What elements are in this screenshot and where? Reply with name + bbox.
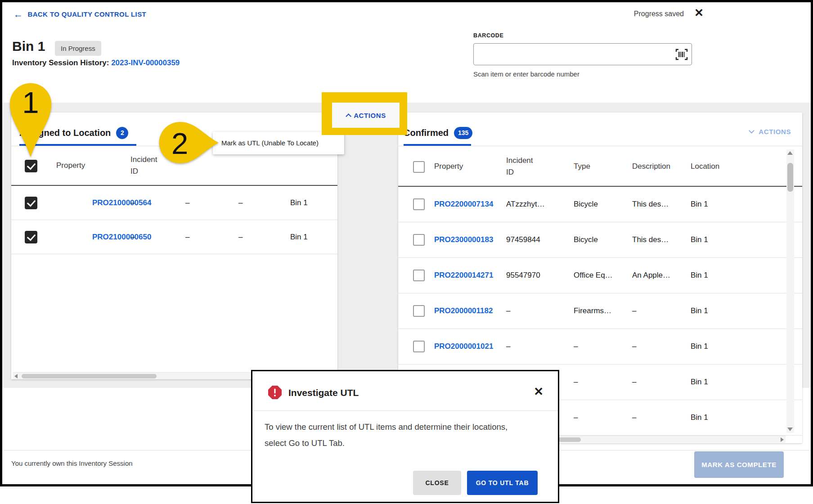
location-cell: Bin 1 <box>691 258 708 293</box>
location-cell: Bin 1 <box>691 222 708 257</box>
type-cell: – <box>574 400 578 435</box>
vertical-scrollbar[interactable] <box>786 149 794 433</box>
back-to-quality-control-link[interactable]: ← BACK TO QUALITY CONTROL LIST <box>13 9 146 19</box>
select-all-checkbox[interactable] <box>25 160 37 172</box>
back-link-label: BACK TO QUALITY CONTROL LIST <box>27 10 146 18</box>
table-row: PRO2000001182 – Firearms… – Bin 1 <box>398 293 802 329</box>
type-cell: – <box>574 364 578 400</box>
property-link[interactable]: PRO2000001021 <box>434 329 493 364</box>
dialog-title: Investigate UTL <box>288 387 359 398</box>
scroll-up-icon[interactable] <box>787 151 793 155</box>
session-history-line: Inventory Session History: 2023-INV-0000… <box>12 58 180 68</box>
callout-2-number: 2 <box>171 126 188 160</box>
type-cell: Firearms… <box>574 293 611 328</box>
description-cell: – <box>632 364 636 400</box>
row-checkbox[interactable] <box>25 231 37 243</box>
location-cell: Bin 1 <box>691 293 708 328</box>
actions-highlight-annotation: ACTIONS <box>322 92 407 135</box>
menu-item-mark-as-utl[interactable]: Mark as UTL (Unable To Locate) <box>213 132 344 154</box>
table-row: PRO2300000183 97459844 Bicycle This des…… <box>398 222 802 258</box>
property-link[interactable]: PRO2100000650 <box>92 220 151 254</box>
property-link[interactable]: PRO2000001182 <box>434 293 493 328</box>
location-cell: Bin 1 <box>691 329 708 364</box>
session-history-link[interactable]: 2023-INV-00000359 <box>111 58 180 67</box>
type-cell: – <box>574 329 578 364</box>
column-header-type: Type <box>574 147 590 186</box>
dialog-header: Investigate UTL ✕ <box>252 371 558 410</box>
barcode-input[interactable] <box>473 43 692 65</box>
location-cell: Bin 1 <box>691 364 708 400</box>
cell: – <box>185 186 189 220</box>
callout-1-pin: 1 <box>9 80 52 158</box>
row-checkbox[interactable] <box>413 234 425 246</box>
type-cell: Bicycle <box>574 222 598 257</box>
type-cell: Office Eq… <box>574 258 613 293</box>
barcode-label: BARCODE <box>473 32 503 39</box>
description-cell: An Apple… <box>632 258 670 293</box>
location-cell: Bin 1 <box>290 186 308 220</box>
cell: – <box>185 220 189 254</box>
scroll-right-icon[interactable] <box>781 437 784 442</box>
column-header-property: Property <box>434 147 463 186</box>
barcode-helper-text: Scan item or enter barcode number <box>473 70 579 78</box>
select-all-checkbox[interactable] <box>413 161 425 173</box>
dialog-text-line2: select Go to UTL Tab. <box>265 438 345 448</box>
chevron-down-icon <box>749 128 755 134</box>
location-cell: Bin 1 <box>691 400 708 435</box>
row-checkbox[interactable] <box>413 305 425 317</box>
scroll-left-icon[interactable] <box>14 374 18 378</box>
property-link[interactable]: PRO2300000183 <box>434 222 493 257</box>
description-cell: – <box>632 400 636 435</box>
confirmed-actions-button[interactable]: ACTIONS <box>750 128 791 135</box>
table-row: PRO2200014271 95547970 Office Eq… An App… <box>398 258 802 293</box>
alert-octagon-icon <box>268 385 282 400</box>
row-checkbox[interactable] <box>413 341 425 352</box>
description-cell: This des… <box>632 187 669 222</box>
row-checkbox[interactable] <box>25 197 37 209</box>
back-arrow-icon: ← <box>13 9 23 19</box>
actions-dropdown-menu: Mark as UTL (Unable To Locate) <box>213 132 344 154</box>
table-row: PRO2000001021 – – – Bin 1 <box>398 329 802 364</box>
actions-label: ACTIONS <box>759 128 791 135</box>
property-link[interactable]: PRO2200007134 <box>434 187 493 222</box>
type-cell: Bicycle <box>574 187 598 222</box>
barcode-icon <box>675 49 688 62</box>
close-icon[interactable]: ✕ <box>694 6 704 19</box>
table-row: PRO2200007134 ATzzzhyt… Bicycle This des… <box>398 187 802 222</box>
scroll-down-icon[interactable] <box>787 428 793 431</box>
tab-confirmed[interactable]: Confirmed 135 <box>398 125 472 140</box>
cell: – <box>238 220 243 254</box>
divider <box>398 146 802 146</box>
session-history-label: Inventory Session History: <box>12 58 109 67</box>
property-link[interactable]: PRO2100000564 <box>92 186 151 220</box>
incident-id-cell: – <box>506 329 510 364</box>
row-checkbox[interactable] <box>413 198 425 210</box>
go-to-utl-tab-button[interactable]: GO TO UTL TAB <box>467 471 538 495</box>
actions-label: ACTIONS <box>354 112 386 119</box>
table-row: PRO2100000564 – – – Bin 1 <box>11 186 337 220</box>
location-cell: Bin 1 <box>290 220 308 254</box>
page-title: Bin 1 <box>12 39 45 54</box>
callout-1-number: 1 <box>22 86 39 119</box>
incident-id-cell: – <box>130 220 135 254</box>
assigned-count-badge: 2 <box>116 127 128 139</box>
column-header-property: Property <box>56 146 85 185</box>
close-button[interactable]: CLOSE <box>413 471 461 495</box>
scrollbar-thumb[interactable] <box>22 374 157 378</box>
row-checkbox[interactable] <box>413 270 425 281</box>
property-link[interactable]: PRO2200014271 <box>434 258 493 293</box>
confirmed-count-badge: 135 <box>454 127 472 139</box>
mark-as-complete-button[interactable]: MARK AS COMPLETE <box>694 451 784 478</box>
app-window: ← BACK TO QUALITY CONTROL LIST Progress … <box>0 0 813 504</box>
cell: – <box>238 186 243 220</box>
description-cell: – <box>632 329 636 364</box>
scrollbar-thumb[interactable] <box>787 163 793 192</box>
table-row: PRO2100000650 – – – Bin 1 <box>11 220 337 254</box>
dialog-close-icon[interactable]: ✕ <box>534 385 543 399</box>
investigate-utl-dialog: Investigate UTL ✕ To view the current li… <box>251 370 559 503</box>
ownership-status-text: You currently own this Inventory Session <box>11 459 133 467</box>
location-cell: Bin 1 <box>691 187 708 222</box>
column-header-location: Location <box>691 147 719 186</box>
assigned-actions-button[interactable]: ACTIONS <box>332 103 400 128</box>
description-cell: – <box>632 293 636 328</box>
